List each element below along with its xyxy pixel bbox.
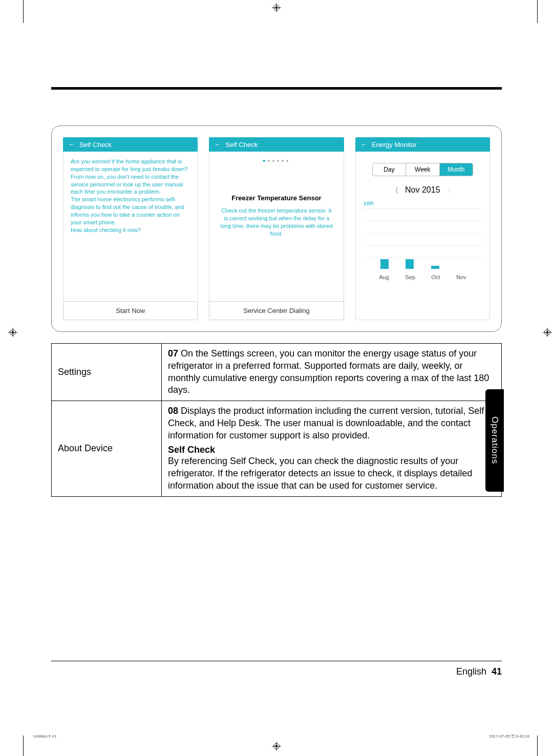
sensor-description: Check out the freezer temperature sensor… — [217, 207, 336, 237]
screen-title: Energy Monitor — [372, 141, 417, 149]
phone-energy-monitor: ← Energy Monitor Day Week Month ⟨ Nov 20… — [355, 137, 490, 320]
period-label: Nov 2015 — [405, 185, 440, 195]
back-arrow-icon[interactable]: ← — [214, 140, 221, 149]
chart-x-label: Oct — [431, 274, 440, 280]
registration-mark-icon — [272, 3, 281, 12]
screenshots-frame: ← Self Check Are you worried if the home… — [51, 125, 502, 332]
row-label-settings: Settings — [52, 344, 162, 401]
chart-bar — [431, 266, 439, 269]
chart-bar — [406, 259, 414, 269]
energy-chart: AugSepOctNov — [363, 208, 482, 280]
phone-self-check-intro: ← Self Check Are you worried if the home… — [63, 137, 198, 320]
crop-mark — [537, 736, 538, 756]
section-tab: Operations — [485, 389, 504, 492]
crop-mark — [23, 0, 24, 23]
row-text-settings: 07 On the Settings screen, you can monit… — [162, 344, 502, 401]
back-arrow-icon[interactable]: ← — [68, 140, 75, 149]
registration-mark-icon — [272, 742, 281, 751]
screen-title: Self Check — [225, 141, 258, 149]
header-rule — [51, 87, 502, 90]
registration-mark-icon — [8, 328, 17, 337]
chart-bar — [380, 259, 389, 269]
self-check-intro-text: Are you worried if the home appliance th… — [71, 158, 190, 234]
screen-title: Self Check — [79, 141, 112, 149]
chevron-left-icon[interactable]: ⟨ — [395, 186, 398, 194]
page-footer: English 41 — [51, 661, 502, 677]
print-meta-right: 2017-07-05 ☰ 6:43:18 — [489, 734, 529, 739]
chevron-right-icon[interactable]: ⟩ — [448, 186, 450, 194]
row-label-about-device: About Device — [52, 401, 162, 497]
chart-x-label: Aug — [379, 274, 389, 280]
print-meta-left: Untitled-5 41 — [33, 734, 56, 739]
titlebar[interactable]: ← Energy Monitor — [355, 137, 490, 152]
crop-mark — [23, 736, 24, 756]
y-axis-unit: kWh — [364, 201, 482, 206]
back-arrow-icon[interactable]: ← — [360, 140, 368, 149]
phone-self-check-result: ← Self Check ●●●●●● Freezer Temperature … — [209, 137, 344, 320]
chart-x-label: Sep — [405, 274, 415, 280]
footer-language: English — [456, 666, 486, 677]
registration-mark-icon — [543, 328, 552, 337]
sensor-heading: Freezer Temperature Sensor — [217, 194, 336, 202]
start-now-button[interactable]: Start Now — [63, 301, 198, 320]
titlebar[interactable]: ← Self Check — [63, 137, 198, 152]
titlebar[interactable]: ← Self Check — [209, 137, 344, 152]
tab-week[interactable]: Week — [406, 163, 439, 176]
chart-x-label: Nov — [456, 274, 466, 280]
row-text-about-device: 08 Displays the product information incl… — [162, 401, 502, 497]
crop-mark — [537, 0, 538, 23]
service-center-button[interactable]: Service Center Dialing — [209, 301, 344, 320]
tab-month[interactable]: Month — [440, 163, 473, 176]
period-selector: ⟨ Nov 2015 ⟩ — [363, 185, 482, 195]
definition-table: Settings 07 On the Settings screen, you … — [51, 343, 502, 497]
section-tab-label: Operations — [490, 416, 500, 464]
period-tabs: Day Week Month — [372, 163, 473, 176]
pagination-dots[interactable]: ●●●●●● — [217, 158, 336, 163]
tab-day[interactable]: Day — [373, 163, 406, 176]
page-number: 41 — [492, 666, 502, 677]
